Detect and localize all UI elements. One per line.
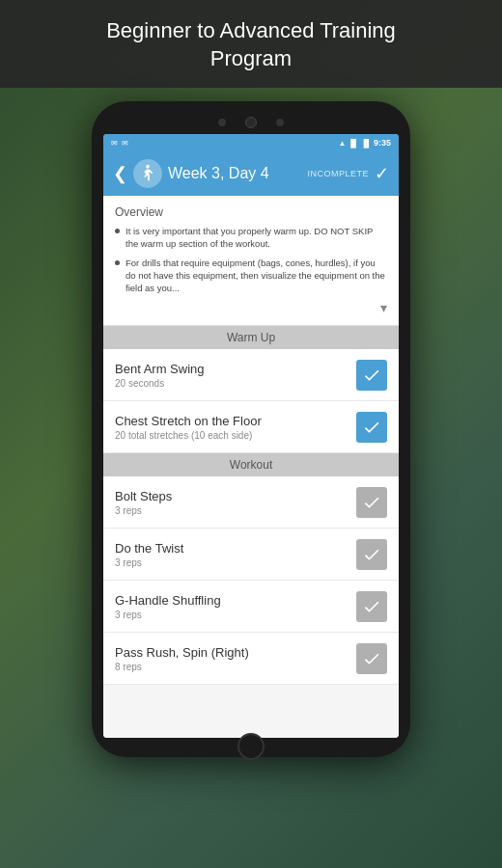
exercise-info-do-the-twist: Do the Twist 3 reps <box>115 541 356 568</box>
phone-frame: ✉ ✉ ▲ ▐▌ ▐▌ 9:35 ❮ Week 3, Day 4 INCOMPL… <box>92 101 410 757</box>
exercise-detail-g-handle-shuffling: 3 reps <box>115 610 356 620</box>
exercise-g-handle-shuffling[interactable]: G-Handle Shuffling 3 reps <box>103 581 399 633</box>
check-chest-stretch[interactable] <box>356 412 387 443</box>
wifi-icon: ▲ <box>338 139 346 148</box>
check-icon-bolt-steps <box>362 493 381 512</box>
status-bar-left: ✉ ✉ <box>111 139 128 148</box>
exercise-do-the-twist[interactable]: Do the Twist 3 reps <box>103 529 399 581</box>
bullet-dot-2 <box>115 260 120 265</box>
app-title: Beginner to Advanced Training Program <box>19 17 483 72</box>
exercise-name-g-handle-shuffling: G-Handle Shuffling <box>115 593 356 608</box>
status-bar-right: ▲ ▐▌ ▐▌ 9:35 <box>338 138 391 148</box>
overview-bullet-1: It is very important that you properly w… <box>115 225 387 251</box>
check-icon-do-the-twist <box>362 545 381 564</box>
check-g-handle-shuffling[interactable] <box>356 591 387 622</box>
home-button[interactable] <box>237 733 265 760</box>
exercise-info-chest-stretch: Chest Stretch on the Floor 20 total stre… <box>115 414 356 441</box>
screen-content[interactable]: Overview It is very important that you p… <box>103 196 399 738</box>
phone-top-bezel <box>103 113 399 134</box>
check-do-the-twist[interactable] <box>356 539 387 570</box>
exercise-pass-rush-spin[interactable]: Pass Rush, Spin (Right) 8 reps <box>103 633 399 685</box>
exercise-bent-arm-swing[interactable]: Bent Arm Swing 20 seconds <box>103 349 399 401</box>
phone-bottom-bezel <box>103 738 399 755</box>
exercise-name-pass-rush-spin: Pass Rush, Spin (Right) <box>115 645 356 660</box>
overview-section: Overview It is very important that you p… <box>103 196 399 326</box>
expand-button[interactable]: ▾ <box>115 300 387 315</box>
completion-status: INCOMPLETE <box>307 169 369 178</box>
title-bar: Beginner to Advanced Training Program <box>0 0 502 88</box>
exercise-detail-bolt-steps: 3 reps <box>115 505 356 516</box>
check-icon-pass-rush-spin <box>362 649 381 668</box>
exercise-info-bent-arm-swing: Bent Arm Swing 20 seconds <box>115 362 356 389</box>
workout-header: Workout <box>103 453 399 476</box>
check-icon-bent-arm-swing <box>362 366 381 385</box>
signal-icon: ▐▌ <box>348 139 358 148</box>
exercise-name-bent-arm-swing: Bent Arm Swing <box>115 362 356 376</box>
exercise-info-bolt-steps: Bolt Steps 3 reps <box>115 489 356 516</box>
back-button[interactable]: ❮ <box>113 163 127 184</box>
overview-text-2: For drills that require equipment (bags,… <box>126 257 387 295</box>
check-icon-chest-stretch <box>362 418 381 437</box>
week-day-title: Week 3, Day 4 <box>168 165 301 182</box>
overview-bullet-2: For drills that require equipment (bags,… <box>115 257 387 295</box>
battery-icon: ▐▌ <box>361 139 372 148</box>
exercise-name-bolt-steps: Bolt Steps <box>115 489 356 503</box>
exercise-bolt-steps[interactable]: Bolt Steps 3 reps <box>103 476 399 529</box>
overview-text-1: It is very important that you properly w… <box>126 225 387 251</box>
status-time: 9:35 <box>374 138 391 148</box>
exercise-detail-pass-rush-spin: 8 reps <box>115 662 356 672</box>
gmail-icon: ✉ <box>111 139 118 148</box>
exercise-name-do-the-twist: Do the Twist <box>115 541 356 556</box>
exercise-detail-bent-arm-swing: 20 seconds <box>115 378 356 389</box>
exercise-chest-stretch[interactable]: Chest Stretch on the Floor 20 total stre… <box>103 401 399 453</box>
message-icon: ✉ <box>122 139 128 148</box>
warm-up-header: Warm Up <box>103 326 399 349</box>
complete-check-button[interactable]: ✓ <box>375 163 389 184</box>
bullet-dot-1 <box>115 229 120 233</box>
phone-camera <box>245 117 257 128</box>
exercise-info-g-handle-shuffling: G-Handle Shuffling 3 reps <box>115 593 356 620</box>
check-bent-arm-swing[interactable] <box>356 360 387 391</box>
phone-speaker <box>218 119 226 126</box>
exercise-name-chest-stretch: Chest Stretch on the Floor <box>115 414 356 428</box>
phone-screen: ✉ ✉ ▲ ▐▌ ▐▌ 9:35 ❮ Week 3, Day 4 INCOMPL… <box>103 134 399 738</box>
app-header: ❮ Week 3, Day 4 INCOMPLETE ✓ <box>103 151 399 196</box>
exercise-detail-chest-stretch: 20 total stretches (10 each side) <box>115 430 356 441</box>
exercise-detail-do-the-twist: 3 reps <box>115 557 356 568</box>
athlete-icon <box>137 163 158 184</box>
check-bolt-steps[interactable] <box>356 487 387 518</box>
check-pass-rush-spin[interactable] <box>356 643 387 674</box>
phone-sensor <box>276 119 284 126</box>
status-bar: ✉ ✉ ▲ ▐▌ ▐▌ 9:35 <box>103 134 399 151</box>
check-icon-g-handle-shuffling <box>362 597 381 616</box>
exercise-info-pass-rush-spin: Pass Rush, Spin (Right) 8 reps <box>115 645 356 672</box>
overview-title: Overview <box>115 205 387 219</box>
avatar <box>133 159 162 188</box>
